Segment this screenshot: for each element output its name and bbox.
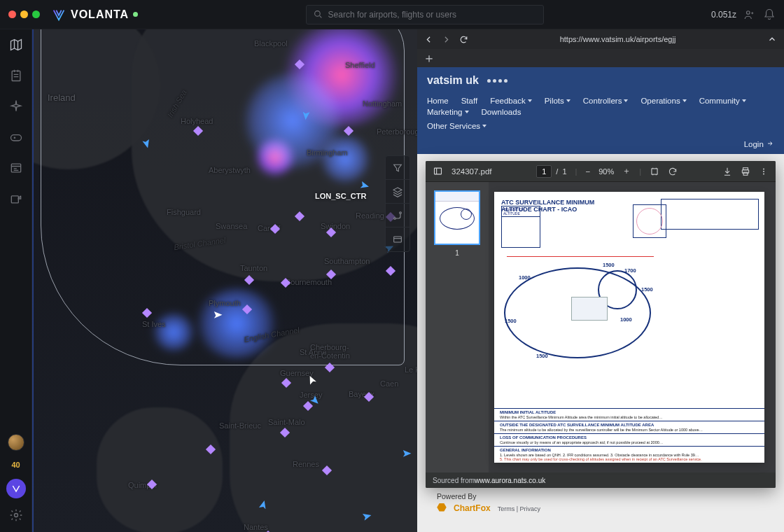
pdf-page[interactable]: ATC SURVEILLANCE MINIMUMALTITUDE CHART -… [494, 192, 764, 463]
map-canvas[interactable]: Ireland Blackpool Sheffield Nottingham P… [32, 29, 417, 532]
map-label: Cherbourg- en-Cotentin [310, 343, 350, 360]
export-nav-icon[interactable] [9, 192, 23, 206]
svg-rect-9 [394, 237, 402, 242]
map-label: Saint-Malo [268, 418, 305, 426]
login-link[interactable]: Login [417, 137, 784, 154]
app-logo[interactable]: VOLANTA [51, 7, 138, 22]
bell-icon[interactable] [763, 8, 776, 21]
nav-downloads[interactable]: Downloads [482, 108, 522, 116]
svg-rect-14 [743, 172, 748, 175]
gear-icon[interactable] [9, 508, 23, 522]
rotate-icon[interactable] [668, 167, 678, 176]
atc-callsign[interactable]: LON_SC_CTR [315, 192, 366, 200]
collapse-panel-icon[interactable] [767, 34, 777, 44]
fit-page-icon[interactable] [650, 167, 659, 176]
nav-feedback[interactable]: Feedback [490, 97, 532, 105]
new-tab-button[interactable]: ＋ [417, 49, 784, 67]
nav-controllers[interactable]: Controllers [583, 97, 629, 105]
chartfox-terms[interactable]: Terms | Privacy [498, 505, 540, 512]
chart-altitude: 1500 [536, 353, 548, 359]
print-icon[interactable] [741, 167, 750, 176]
map-label: Sheffield [345, 61, 375, 69]
feed-nav-icon[interactable] [9, 161, 23, 175]
nav-pilots[interactable]: Pilots [545, 97, 570, 105]
chart-island-shape [571, 297, 608, 321]
site-brand[interactable]: vatsim uk [417, 67, 784, 94]
chartfox-brand[interactable]: ChartFox [454, 503, 491, 513]
filter-tool-icon[interactable] [386, 156, 410, 180]
pdf-viewer: 324307.pdf / 1 | − 90% ＋ | [426, 161, 776, 488]
titlebar: VOLANTA Search for airports, flights or … [0, 0, 784, 29]
close-window-icon[interactable] [8, 10, 16, 18]
chart-altitude: 1000 [519, 274, 531, 281]
nav-staff[interactable]: Staff [461, 97, 477, 105]
zoom-out-icon[interactable]: − [586, 167, 591, 176]
chart-inset-map [633, 204, 666, 238]
online-status-icon [133, 12, 138, 17]
window-controls[interactable] [8, 10, 40, 18]
route-tool-icon[interactable] [386, 204, 410, 227]
chevron-down-icon [465, 111, 469, 113]
nav-community[interactable]: Community [699, 97, 746, 105]
chevron-down-icon [566, 99, 570, 102]
aircraft-nav-icon[interactable] [9, 99, 23, 113]
back-icon[interactable] [424, 35, 433, 44]
map-label: Swindon [321, 222, 350, 230]
map-label: Swansea [216, 222, 247, 230]
pdf-thumbnail[interactable] [434, 190, 480, 245]
chart-altitude: 1500 [603, 262, 615, 268]
chart-footer: MINIMUM INITIAL ALTITUDEWithin the ATC S… [494, 408, 764, 463]
map-label: Blackpool [254, 39, 288, 48]
svg-point-16 [763, 171, 764, 172]
avatar[interactable] [8, 434, 24, 451]
gamepad-nav-icon[interactable] [9, 130, 23, 144]
more-icon[interactable] [759, 167, 769, 176]
pdf-thumb-number: 1 [455, 249, 459, 257]
map-label: Nottingham [363, 99, 402, 108]
pdf-thumbnails: 1 [426, 182, 489, 472]
embedded-page: vatsim uk Home Staff Feedback Pilots Con… [417, 67, 784, 532]
map-label: Fishguard [167, 208, 201, 216]
window-tool-icon[interactable] [386, 227, 410, 251]
svg-rect-4 [11, 164, 20, 172]
map-label: Aberystwyth [209, 166, 251, 174]
pdf-page-input[interactable] [536, 165, 552, 178]
minimize-window-icon[interactable] [20, 10, 28, 18]
chevron-down-icon [482, 125, 486, 127]
layers-tool-icon[interactable] [386, 180, 410, 204]
chart-altitude: 1000 [620, 316, 632, 323]
nav-home[interactable]: Home [427, 97, 449, 105]
forward-icon[interactable] [442, 35, 451, 44]
maximize-window-icon[interactable] [32, 10, 40, 18]
map-label: St Ives [142, 320, 166, 328]
logbook-nav-icon[interactable] [9, 69, 23, 83]
sidebar-toggle-icon[interactable] [433, 166, 443, 176]
nav-operations[interactable]: Operations [640, 97, 686, 105]
map-label: Saint-Brieuc [219, 421, 261, 430]
map-label: Holyhead [181, 117, 213, 125]
arrow-right-icon [766, 140, 774, 147]
friends-icon[interactable] [743, 8, 756, 21]
nav-other[interactable]: Other Services [427, 122, 486, 130]
volanta-badge-icon[interactable] [6, 479, 26, 498]
aircraft-marker[interactable] [310, 395, 320, 405]
map-nav-icon[interactable] [9, 38, 23, 52]
chart-header-box [661, 199, 759, 230]
browser-panel: https://www.vatsim.uk/airports/egjj ＋ va… [417, 29, 784, 532]
pdf-zoom[interactable]: 90% [598, 167, 614, 176]
svg-point-1 [747, 10, 750, 14]
map-tools [385, 155, 410, 252]
zoom-in-icon[interactable]: ＋ [622, 166, 631, 176]
map-label: Ireland [48, 92, 76, 103]
svg-rect-10 [435, 168, 442, 174]
svg-rect-3 [10, 135, 21, 141]
nav-marketing[interactable]: Marketing [427, 108, 469, 116]
chartfox-logo-icon: ⬣ [437, 500, 447, 514]
download-icon[interactable] [722, 167, 732, 176]
url-bar[interactable]: https://www.vatsim.uk/airports/egjj [477, 35, 759, 43]
search-input[interactable]: Search for airports, flights or users [306, 5, 544, 24]
svg-rect-2 [12, 71, 20, 80]
reload-icon[interactable] [459, 35, 468, 44]
chevron-down-icon [682, 99, 687, 102]
svg-rect-5 [11, 196, 18, 203]
